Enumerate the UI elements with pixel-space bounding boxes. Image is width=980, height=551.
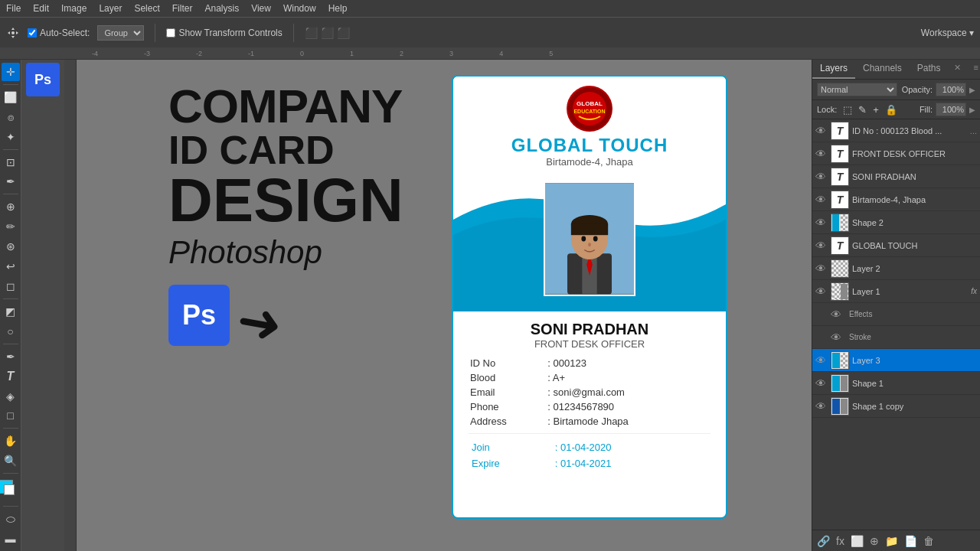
stroke-visibility-icon[interactable]: 👁 — [831, 331, 843, 344]
lock-all-btn[interactable]: + — [873, 104, 879, 116]
menu-view[interactable]: View — [251, 3, 271, 14]
fill-arrow[interactable]: ▶ — [969, 106, 975, 114]
auto-select-checkbox[interactable]: Auto-Select: — [28, 28, 90, 38]
layer-item-layer3[interactable]: 👁 Layer 3 — [812, 349, 980, 372]
color-swatches[interactable] — [0, 480, 22, 503]
layer-name-soni: SONI PRADHAN — [852, 172, 977, 181]
menu-layer[interactable]: Layer — [99, 3, 122, 14]
workspace-btn[interactable]: Workspace ▾ — [921, 28, 974, 38]
main-area: ✛ ⬜ ⌾ ✦ ⊡ ✒ ⊕ ✏ ⊛ ↩ ◻ ◩ ○ ✒ T ◈ □ ✋ 🔍 ⬭ … — [0, 60, 980, 551]
path-selection-tool[interactable]: ◈ — [2, 387, 20, 406]
visibility-icon[interactable]: 👁 — [815, 217, 828, 229]
blood-label: Blood — [469, 370, 546, 385]
fill-input[interactable] — [936, 103, 966, 116]
tab-channels[interactable]: Channels — [855, 60, 910, 79]
background-color[interactable] — [4, 484, 15, 495]
layer-thumb-shape1 — [831, 374, 849, 393]
move-tool-btn[interactable] — [6, 26, 20, 40]
link-layers-btn[interactable]: 🔗 — [817, 535, 830, 547]
visibility-icon[interactable]: 👁 — [815, 240, 828, 252]
visibility-icon[interactable]: 👁 — [815, 400, 828, 412]
transform-checkbox-area[interactable]: Show Transform Controls — [166, 28, 282, 38]
hand-tool[interactable]: ✋ — [2, 432, 20, 450]
layer-effects-item[interactable]: 👁 Effects — [812, 303, 980, 326]
marquee-tool[interactable]: ⬜ — [2, 88, 20, 106]
layer-stroke-item[interactable]: 👁 Stroke — [812, 326, 980, 349]
menu-analysis[interactable]: Analysis — [204, 3, 239, 14]
tab-paths[interactable]: Paths — [910, 60, 949, 79]
layer-more-btn[interactable]: ... — [970, 126, 977, 135]
new-group-btn[interactable]: 📁 — [885, 535, 898, 547]
blend-mode-select[interactable]: Normal — [817, 83, 897, 96]
zoom-tool[interactable]: 🔍 — [2, 452, 20, 470]
shape-tool[interactable]: □ — [2, 407, 20, 425]
eraser-tool[interactable]: ◻ — [2, 277, 20, 295]
visibility-icon[interactable]: 👁 — [815, 125, 828, 137]
ellipse-tool[interactable]: ⬭ — [2, 510, 20, 528]
effects-visibility-icon[interactable]: 👁 — [831, 308, 843, 321]
menu-file[interactable]: File — [6, 3, 21, 14]
menu-edit[interactable]: Edit — [33, 3, 49, 14]
history-tool[interactable]: ↩ — [2, 257, 20, 276]
panel-close-btn[interactable]: ✕ — [948, 60, 967, 79]
pen-tool[interactable]: ✒ — [2, 347, 20, 366]
menu-select[interactable]: Select — [134, 3, 159, 14]
layer-item-front-desk[interactable]: 👁 T FRONT DESK OFFICER — [812, 142, 980, 165]
layer-item-birtamode[interactable]: 👁 T Birtamode-4, Jhapa — [812, 188, 980, 211]
visibility-icon[interactable]: 👁 — [815, 148, 828, 160]
panel-menu-btn[interactable]: ≡ — [967, 60, 980, 79]
visibility-icon[interactable]: 👁 — [815, 377, 828, 390]
menu-filter[interactable]: Filter — [172, 3, 193, 14]
lasso-tool[interactable]: ⌾ — [2, 108, 20, 126]
opacity-arrow[interactable]: ▶ — [969, 86, 975, 94]
toolbar: Auto-Select: Group Show Transform Contro… — [0, 17, 980, 47]
visibility-icon[interactable]: 👁 — [815, 262, 828, 275]
layer-item-global-touch[interactable]: 👁 T GLOBAL TOUCH — [812, 234, 980, 257]
svg-rect-12 — [571, 224, 608, 236]
align-center-btn[interactable]: ⬛ — [321, 27, 334, 39]
clone-tool[interactable]: ⊛ — [2, 237, 20, 256]
auto-select-dropdown[interactable]: Group — [97, 25, 144, 41]
visibility-icon[interactable]: 👁 — [815, 285, 828, 298]
join-value: : 01-04-2020 — [554, 440, 709, 455]
layer-item-soni[interactable]: 👁 T SONI PRADHAN — [812, 165, 980, 188]
visibility-icon[interactable]: 👁 — [815, 171, 828, 183]
eyedropper-tool[interactable]: ✒ — [2, 173, 20, 191]
add-style-btn[interactable]: fx — [836, 535, 844, 547]
lock-position-btn[interactable]: ✎ — [858, 104, 867, 116]
move-tool[interactable]: ✛ — [2, 63, 20, 81]
visibility-icon[interactable]: 👁 — [815, 354, 828, 367]
visibility-icon[interactable]: 👁 — [815, 194, 828, 206]
layer-item-shape1-copy[interactable]: 👁 Shape 1 copy — [812, 395, 980, 418]
layer-item-shape2[interactable]: 👁 Shape 2 — [812, 211, 980, 234]
lock-icon-btn[interactable]: 🔒 — [885, 104, 897, 116]
magic-wand-tool[interactable]: ✦ — [2, 128, 20, 146]
tab-layers[interactable]: Layers — [812, 60, 855, 79]
crop-tool[interactable]: ⊡ — [2, 153, 20, 171]
add-mask-btn[interactable]: ⬜ — [851, 535, 864, 547]
layer-item-id-no[interactable]: 👁 T ID No : 000123 Blood ... ... — [812, 119, 980, 142]
align-right-btn[interactable]: ⬛ — [337, 27, 350, 39]
opacity-input[interactable] — [936, 83, 966, 96]
menu-help[interactable]: Help — [328, 3, 348, 14]
new-layer-btn[interactable]: 📄 — [904, 535, 917, 547]
layer-item-layer2[interactable]: 👁 Layer 2 — [812, 257, 980, 280]
layer-thumb-shape1-copy — [831, 397, 849, 416]
layer-item-layer1[interactable]: 👁 Layer 1 fx — [812, 280, 980, 303]
left-toolbar: ✛ ⬜ ⌾ ✦ ⊡ ✒ ⊕ ✏ ⊛ ↩ ◻ ◩ ○ ✒ T ◈ □ ✋ 🔍 ⬭ … — [0, 60, 21, 551]
dodge-tool[interactable]: ○ — [2, 322, 20, 341]
healing-tool[interactable]: ⊕ — [2, 197, 20, 216]
align-left-btn[interactable]: ⬛ — [305, 27, 318, 39]
delete-layer-btn[interactable]: 🗑 — [923, 535, 934, 547]
brush-tool[interactable]: ✏ — [2, 217, 20, 236]
svg-point-0 — [11, 31, 15, 34]
layer-item-shape1[interactable]: 👁 Shape 1 — [812, 372, 980, 395]
add-adjustment-btn[interactable]: ⊕ — [870, 535, 879, 547]
svg-point-15 — [588, 243, 591, 246]
menu-image[interactable]: Image — [61, 3, 87, 14]
type-tool[interactable]: T — [2, 367, 20, 386]
menu-window[interactable]: Window — [283, 3, 316, 14]
gradient-tool[interactable]: ◩ — [2, 302, 20, 321]
lock-pixel-btn[interactable]: ⬚ — [843, 104, 852, 116]
rect-tool[interactable]: ▬ — [2, 530, 20, 548]
